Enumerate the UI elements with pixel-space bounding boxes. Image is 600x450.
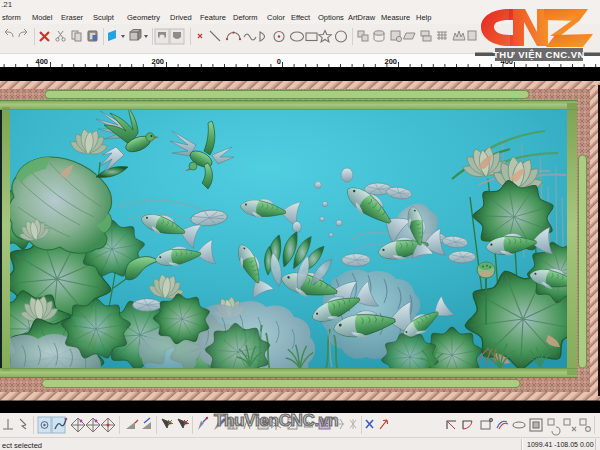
- svg-text:0: 0: [277, 57, 281, 66]
- svg-text:200: 200: [151, 57, 164, 66]
- svg-text:400: 400: [35, 57, 48, 66]
- svg-text:200: 200: [384, 57, 397, 66]
- svg-text:THƯ VIỆN CNC.VN: THƯ VIỆN CNC.VN: [493, 49, 585, 60]
